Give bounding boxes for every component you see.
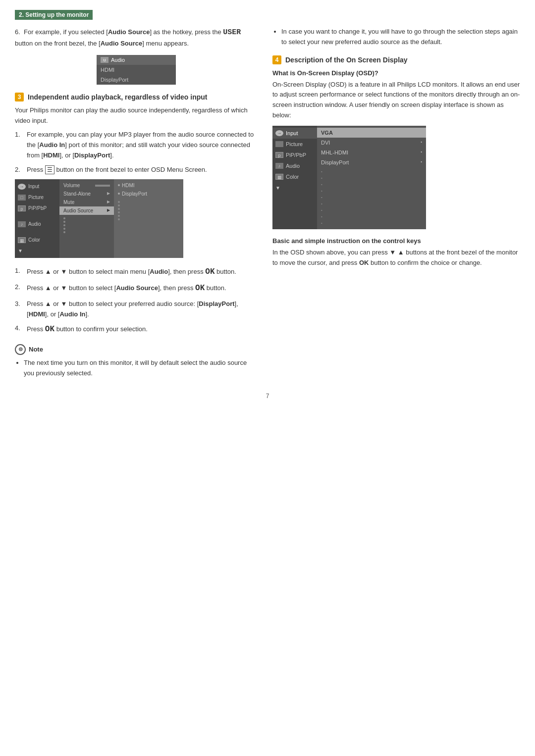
displayport-ref2: DisplayPort	[199, 300, 234, 307]
osd-demo-pipbp: p PiP/PbP	[272, 150, 317, 160]
osd-sidebar-pipbp: p PiP/PbP	[15, 203, 59, 214]
edot2: •	[321, 176, 422, 180]
note-section: ⊜ Note The next time you turn on this mo…	[15, 344, 258, 379]
hdmi-ref2: HDMI	[29, 310, 45, 318]
section3-badge-row: 3 Independent audio playback, regardless…	[15, 93, 258, 101]
step-6: Press OK button to confirm your selectio…	[15, 323, 258, 336]
subdot3	[118, 208, 120, 210]
input-icon: →	[18, 184, 26, 190]
user-button-ref: USER	[223, 28, 241, 37]
osd-audiosource-row: Audio Source ▶	[59, 206, 114, 215]
ok-ref3: OK	[45, 325, 54, 334]
edot6: •	[321, 202, 422, 206]
note-icon: ⊜	[15, 344, 26, 355]
demo-color-icon: ▦	[275, 174, 283, 180]
menu-button-icon: ☰	[45, 165, 54, 174]
edot8: •	[321, 214, 422, 219]
control-keys-body: In the OSD shown above, you can press ▼ …	[272, 248, 520, 268]
osd-audio-header: u Audio	[97, 55, 176, 65]
left-column: 6. For example, if you selected [Audio S…	[15, 27, 258, 383]
osd-sidebar-down: ▼	[15, 246, 59, 256]
osd-volume-row: Volume	[59, 181, 114, 190]
dot5	[63, 231, 65, 233]
osd-demo-dvi: DVI •	[317, 138, 426, 148]
subdot5	[118, 215, 120, 217]
osd-sidebar-audio: ♪ Audio	[15, 219, 59, 230]
osd-demo-picture: Picture	[272, 139, 317, 150]
osd-audio-label: Audio	[111, 57, 125, 63]
osd-demo-extra-dots: • • • • • • • • •	[317, 167, 426, 227]
right-bullet-item: In case you want to change it, you will …	[281, 27, 520, 48]
note-header: ⊜ Note	[15, 344, 258, 355]
osd-full-main-panel: Volume Stand-Alone ▶ Mute ▶ Audio Source…	[59, 179, 114, 258]
osd-sidebar-input: → Input	[15, 181, 59, 192]
osd-full-screenshot: → Input □ Picture p PiP/PbP ♪ Audio	[15, 179, 183, 258]
audio-in-ref: Audio In	[39, 141, 65, 149]
dot3	[63, 224, 65, 226]
audio-source-ref2: Audio Source	[101, 40, 143, 47]
osd-dots	[59, 215, 114, 236]
section4-badge: 4	[272, 55, 281, 64]
osd-sub-hdmi: HDMI	[114, 181, 183, 190]
step-4: Press ▲ or ▼ button to select [Audio Sou…	[15, 282, 258, 295]
osd-standalone-row: Stand-Alone ▶	[59, 190, 114, 198]
osd-full-sidebar: → Input □ Picture p PiP/PbP ♪ Audio	[15, 179, 59, 258]
osd-sub-displayport: DisplayPort	[114, 190, 183, 198]
osd-displayport-row: DisplayPort	[97, 75, 176, 85]
osd-demo-screenshot: → Input Picture p PiP/PbP ♪ Audio ▦ C	[272, 126, 426, 229]
demo-picture-icon	[275, 141, 283, 147]
hdmi-ref1: HDMI	[43, 151, 59, 159]
section-header-text: 2. Setting up the monitor	[19, 11, 89, 18]
edot3: •	[321, 182, 422, 187]
osd-sidebar-blank2	[15, 230, 59, 235]
osd-demo-main: VGA DVI • MHL-HDMI • DisplayPort • • •	[317, 126, 426, 229]
subsection-body: On-Screen Display (OSD) is a feature in …	[272, 80, 520, 121]
section3-title: Independent audio playback, regardless o…	[28, 93, 208, 101]
section-header: 2. Setting up the monitor	[15, 10, 93, 20]
subdot4	[118, 211, 120, 213]
mute-arrow: ▶	[107, 200, 110, 205]
osd-demo-vga: VGA	[317, 128, 426, 138]
osd-demo-color: ▦ Color	[272, 171, 317, 182]
sub-hdmi-dot	[118, 184, 120, 186]
mhl-dot: •	[421, 150, 422, 155]
osd-full-sub-panel: HDMI DisplayPort	[114, 179, 183, 258]
demo-down-icon: ▼	[275, 185, 280, 191]
audio-source-ref1: Audio Source	[108, 28, 150, 36]
step-3: Press ▲ or ▼ button to select main menu …	[15, 266, 258, 279]
subdot1	[118, 201, 120, 203]
audio-osd-small: u Audio HDMI DisplayPort	[97, 55, 176, 85]
right-column: In case you want to change it, you will …	[272, 27, 520, 383]
subdot2	[118, 204, 120, 206]
dvi-dot: •	[421, 140, 422, 146]
page-number: 7	[15, 393, 520, 400]
section4-title: Description of the On Screen Display	[285, 56, 408, 64]
audio-sidebar-icon: ♪	[18, 221, 26, 227]
step6-intro: 6. For example, if you selected [Audio S…	[15, 27, 258, 49]
picture-icon: □	[18, 195, 26, 201]
down-arrow-icon: ▼	[18, 248, 23, 253]
audio-in-ref2: Audio In	[59, 310, 85, 318]
ok-ref-right: OK	[359, 259, 369, 266]
osd-hdmi-row: HDMI	[97, 65, 176, 75]
edot5: •	[321, 195, 422, 200]
edot9: •	[321, 221, 422, 225]
edot7: •	[321, 208, 422, 212]
steps-list: For example, you can play your MP3 playe…	[15, 130, 258, 175]
osd-demo-input: → Input	[272, 128, 317, 139]
section3-body: Your Philips monitor can play the audio …	[15, 105, 258, 126]
edot1: •	[321, 169, 422, 174]
step-2: Press ☰ button on the front bezel to ent…	[15, 165, 258, 175]
osd-sidebar-color: ▦ Color	[15, 235, 59, 246]
color-icon: ▦	[18, 237, 26, 243]
audio-source-ref3: Audio Source	[116, 284, 158, 292]
displayport-ref1: DisplayPort	[74, 151, 110, 159]
osd-sidebar-picture: □ Picture	[15, 192, 59, 203]
dp-dot: •	[421, 159, 422, 165]
ok-ref2: OK	[195, 284, 205, 293]
right-bullet-list: In case you want to change it, you will …	[272, 27, 520, 48]
osd-demo-dp: DisplayPort •	[317, 157, 426, 167]
steps2-list: Press ▲ or ▼ button to select main menu …	[15, 266, 258, 336]
note-label: Note	[29, 346, 43, 353]
dot1	[63, 217, 65, 219]
